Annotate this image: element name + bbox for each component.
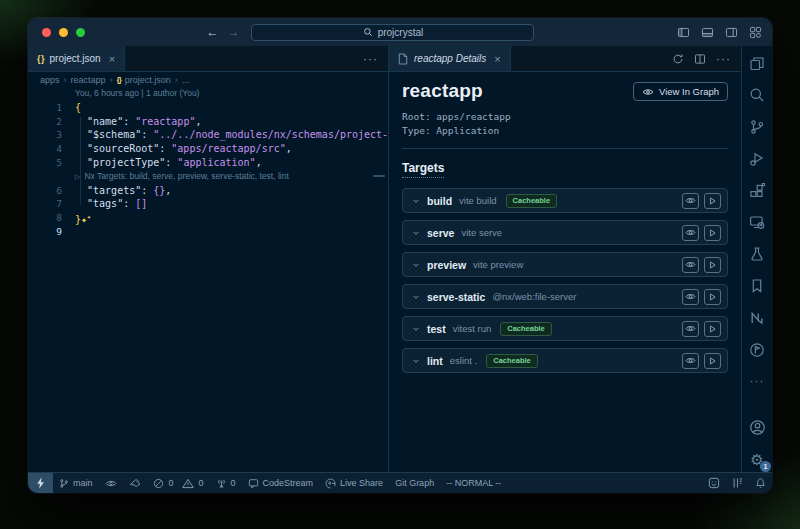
error-count: 0	[169, 478, 174, 488]
tab-label: reactapp Details	[414, 53, 486, 64]
vim-mode-indicator[interactable]: -- NORMAL --	[440, 473, 507, 493]
line-number: 4	[28, 142, 62, 156]
target-run-icon[interactable]	[704, 321, 721, 337]
code-line: 4 "sourceRoot": "apps/reactapp/src",	[28, 142, 388, 156]
source-control-icon[interactable]	[747, 119, 767, 136]
target-run-icon[interactable]	[704, 225, 721, 241]
branch-name: main	[73, 478, 93, 488]
radio-tower-item[interactable]: 0	[210, 473, 242, 493]
split-editor-icon[interactable]	[694, 53, 706, 65]
chevron-down-icon[interactable]	[412, 197, 420, 205]
target-name: test	[427, 323, 446, 335]
tab-reactapp-details[interactable]: reactapp Details ×	[389, 46, 511, 71]
breadcrumb-item-symbol[interactable]: ...	[182, 75, 190, 85]
line-number: 3	[28, 128, 62, 142]
bookmarks-icon[interactable]	[747, 277, 767, 294]
cacheable-badge: Cacheable	[506, 194, 558, 208]
problems-item[interactable]: 0 0	[147, 473, 210, 493]
scrollbar-mark[interactable]	[373, 175, 385, 177]
editor-group-right: reactapp Details × ··· reactapp	[389, 46, 741, 472]
pet-bird-icon[interactable]	[123, 473, 147, 493]
settings-gear-icon[interactable]: ⚙ 1	[747, 451, 767, 468]
close-window-button[interactable]	[42, 28, 51, 37]
code-editor[interactable]: You, 6 hours ago | 1 author (You)1{2 "na…	[28, 87, 388, 472]
status-bar: main 0 0 0 CodeStream Live Share Git Gra…	[28, 472, 772, 493]
maximize-window-button[interactable]	[76, 28, 85, 37]
search-icon[interactable]	[747, 87, 767, 104]
tab-project-json[interactable]: { } project.json ×	[28, 46, 125, 71]
target-row[interactable]: serve vite serve	[402, 220, 728, 245]
settings-badge: 1	[760, 461, 771, 472]
target-run-icon[interactable]	[704, 257, 721, 273]
codestream-item[interactable]: CodeStream	[242, 473, 320, 493]
breadcrumb-item-reactapp[interactable]: reactapp	[71, 75, 106, 85]
git-graph-item[interactable]: Git Graph	[389, 473, 440, 493]
live-share-item[interactable]: Live Share	[319, 473, 389, 493]
divider	[402, 148, 728, 149]
code-line: 1{	[28, 101, 388, 115]
breadcrumb-item-apps[interactable]: apps	[40, 75, 60, 85]
targets-list: build vite build Cacheable serve vite se…	[402, 188, 728, 373]
target-view-icon[interactable]	[682, 257, 699, 273]
testing-icon[interactable]	[747, 246, 767, 263]
target-row[interactable]: serve-static @nx/web:file-server	[402, 284, 728, 309]
target-view-icon[interactable]	[682, 225, 699, 241]
close-tab-icon[interactable]: ×	[494, 53, 500, 65]
run-and-debug-icon[interactable]	[747, 150, 767, 167]
code-line: 5 "projectType": "application",	[28, 156, 388, 170]
extensions-icon[interactable]	[747, 182, 767, 199]
vscode-window: ← → projcrystal	[28, 18, 772, 493]
chevron-down-icon[interactable]	[412, 357, 420, 365]
codelens-row[interactable]: You, 6 hours ago | 1 author (You)	[28, 87, 388, 101]
target-view-icon[interactable]	[682, 321, 699, 337]
title-bar: ← → projcrystal	[28, 18, 772, 46]
breadcrumb-item-file[interactable]: project.json	[125, 75, 171, 85]
editor-actions-more-icon[interactable]: ···	[363, 52, 378, 66]
target-view-icon[interactable]	[682, 353, 699, 369]
codelens-row[interactable]: ▷Nx Targets: build, serve, preview, serv…	[28, 170, 388, 184]
additional-views-icon[interactable]: ···	[747, 373, 767, 390]
refresh-icon[interactable]	[672, 53, 684, 65]
minimize-window-button[interactable]	[59, 28, 68, 37]
notifications-bell-icon[interactable]	[749, 473, 772, 493]
chevron-down-icon[interactable]	[412, 229, 420, 237]
nx-console-icon[interactable]	[747, 309, 767, 326]
json-file-icon: { }	[37, 54, 44, 64]
editor-lines-icon[interactable]	[726, 473, 749, 493]
toggle-secondary-sidebar-icon[interactable]	[725, 26, 738, 39]
target-row[interactable]: preview vite preview	[402, 252, 728, 277]
target-row[interactable]: build vite build Cacheable	[402, 188, 728, 213]
command-center-search[interactable]: projcrystal	[251, 24, 534, 41]
customize-layout-icon[interactable]	[749, 26, 762, 39]
target-row[interactable]: lint eslint . Cacheable	[402, 348, 728, 373]
navigate-forward-icon[interactable]: →	[227, 25, 239, 39]
chevron-down-icon[interactable]	[412, 325, 420, 333]
target-command: @nx/web:file-server	[492, 291, 576, 302]
close-tab-icon[interactable]: ×	[109, 53, 115, 65]
git-branch-item[interactable]: main	[53, 473, 99, 493]
explorer-icon[interactable]	[747, 55, 767, 72]
toggle-panel-icon[interactable]	[701, 26, 714, 39]
target-view-icon[interactable]	[682, 193, 699, 209]
account-icon[interactable]	[747, 419, 767, 436]
gitlens-blame-toggle[interactable]	[99, 473, 123, 493]
toggle-primary-sidebar-icon[interactable]	[677, 26, 690, 39]
codestream-label: CodeStream	[263, 478, 314, 488]
target-run-icon[interactable]	[704, 193, 721, 209]
editor-actions-more-icon[interactable]: ···	[716, 52, 731, 66]
remote-explorer-icon[interactable]	[747, 214, 767, 231]
navigate-back-icon[interactable]: ←	[206, 25, 218, 39]
remote-indicator[interactable]	[28, 473, 53, 493]
target-command: vite serve	[461, 227, 502, 238]
target-row[interactable]: test vitest run Cacheable	[402, 316, 728, 341]
view-in-graph-button[interactable]: View In Graph	[633, 82, 728, 101]
feedback-smiley-icon[interactable]	[702, 473, 726, 493]
target-run-icon[interactable]	[704, 289, 721, 305]
target-view-icon[interactable]	[682, 289, 699, 305]
chevron-down-icon[interactable]	[412, 261, 420, 269]
chevron-down-icon[interactable]	[412, 293, 420, 301]
code-line: 8}✦✦	[28, 211, 388, 225]
target-run-icon[interactable]	[704, 353, 721, 369]
project-flag-icon[interactable]	[747, 341, 767, 358]
project-type-line: Type: Application	[402, 124, 728, 138]
